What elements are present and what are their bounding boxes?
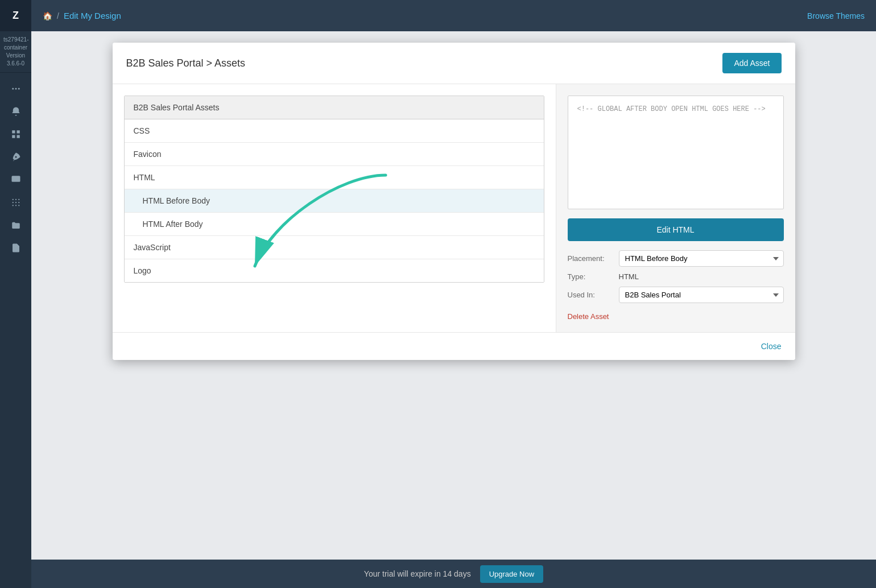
svg-point-12 bbox=[15, 202, 16, 203]
rocket-icon[interactable] bbox=[5, 147, 27, 167]
asset-group: B2B Sales Portal Assets CSS Favicon HTML… bbox=[124, 96, 544, 283]
type-label: Type: bbox=[568, 272, 613, 281]
used-in-select[interactable]: B2B Sales Portal bbox=[619, 287, 784, 303]
svg-point-11 bbox=[12, 202, 13, 203]
monitor-icon[interactable] bbox=[5, 169, 27, 190]
file-icon[interactable] bbox=[5, 238, 27, 258]
modal-dialog: B2B Sales Portal > Assets Add Asset B2B … bbox=[113, 43, 795, 360]
trial-text: Your trial will expire in 14 days bbox=[364, 569, 471, 578]
bell-icon[interactable] bbox=[5, 101, 27, 122]
apps-icon[interactable] bbox=[5, 192, 27, 213]
svg-rect-5 bbox=[12, 135, 15, 138]
svg-point-2 bbox=[18, 88, 19, 90]
modal-footer: Close bbox=[113, 332, 795, 360]
home-icon[interactable]: 🏠 bbox=[43, 11, 52, 20]
asset-item-html[interactable]: HTML bbox=[125, 166, 544, 189]
asset-item-javascript[interactable]: JavaScript bbox=[125, 236, 544, 259]
svg-rect-6 bbox=[16, 135, 19, 138]
placement-label: Placement: bbox=[568, 254, 613, 263]
user-info: ts279421-container Version 3.6.6-0 bbox=[0, 31, 31, 73]
code-preview: <!-- GLOBAL AFTER BODY OPEN HTML GOES HE… bbox=[568, 96, 784, 209]
used-in-row: Used In: B2B Sales Portal bbox=[568, 287, 784, 303]
asset-list-panel: B2B Sales Portal Assets CSS Favicon HTML… bbox=[113, 84, 556, 332]
asset-item-favicon[interactable]: Favicon bbox=[125, 143, 544, 166]
svg-point-0 bbox=[12, 88, 14, 90]
svg-point-1 bbox=[15, 88, 16, 90]
modal-title: B2B Sales Portal > Assets bbox=[126, 57, 246, 69]
add-asset-button[interactable]: Add Asset bbox=[722, 53, 781, 73]
asset-item-logo[interactable]: Logo bbox=[125, 259, 544, 282]
trial-banner: Your trial will expire in 14 days Upgrad… bbox=[31, 560, 876, 588]
grid-icon[interactable] bbox=[5, 124, 27, 144]
sidebar-nav bbox=[0, 73, 31, 588]
breadcrumb-separator: / bbox=[57, 11, 59, 20]
svg-rect-4 bbox=[16, 130, 19, 133]
browse-themes-button[interactable]: Browse Themes bbox=[807, 11, 865, 20]
placement-select[interactable]: HTML Before Body HTML After Body bbox=[619, 250, 784, 267]
upgrade-button[interactable]: Upgrade Now bbox=[480, 565, 544, 583]
main-area: B2B Sales Portal > Assets Add Asset B2B … bbox=[31, 31, 876, 588]
used-in-label: Used In: bbox=[568, 291, 613, 299]
app-logo[interactable]: Z bbox=[0, 0, 31, 31]
svg-point-9 bbox=[15, 199, 16, 200]
sidebar: Z ts279421-container Version 3.6.6-0 bbox=[0, 0, 31, 588]
modal-header: B2B Sales Portal > Assets Add Asset bbox=[113, 43, 795, 84]
asset-group-header: B2B Sales Portal Assets bbox=[125, 96, 544, 119]
asset-props-panel: <!-- GLOBAL AFTER BODY OPEN HTML GOES HE… bbox=[556, 84, 795, 332]
close-button[interactable]: Close bbox=[761, 342, 782, 351]
svg-point-14 bbox=[12, 205, 13, 206]
asset-item-css[interactable]: CSS bbox=[125, 119, 544, 143]
asset-item-html-after-body[interactable]: HTML After Body bbox=[125, 213, 544, 236]
svg-point-15 bbox=[15, 205, 16, 206]
type-value: HTML bbox=[619, 272, 639, 281]
placement-row: Placement: HTML Before Body HTML After B… bbox=[568, 250, 784, 267]
modal-body: B2B Sales Portal Assets CSS Favicon HTML… bbox=[113, 84, 795, 332]
topbar: 🏠 / Edit My Design Browse Themes bbox=[31, 0, 876, 31]
svg-point-16 bbox=[18, 205, 19, 206]
folder-icon[interactable] bbox=[5, 215, 27, 235]
svg-point-10 bbox=[18, 199, 19, 200]
asset-item-html-before-body[interactable]: HTML Before Body bbox=[125, 189, 544, 213]
current-page-label: Edit My Design bbox=[64, 11, 121, 20]
delete-asset-button[interactable]: Delete Asset bbox=[568, 312, 784, 321]
breadcrumb: 🏠 / Edit My Design bbox=[43, 11, 121, 20]
svg-rect-7 bbox=[11, 176, 20, 182]
type-row: Type: HTML bbox=[568, 272, 784, 281]
svg-point-13 bbox=[18, 202, 19, 203]
edit-html-button[interactable]: Edit HTML bbox=[568, 218, 784, 241]
svg-point-8 bbox=[12, 199, 13, 200]
dots-icon[interactable] bbox=[5, 78, 27, 99]
svg-rect-3 bbox=[12, 130, 15, 133]
properties-table: Placement: HTML Before Body HTML After B… bbox=[568, 250, 784, 303]
